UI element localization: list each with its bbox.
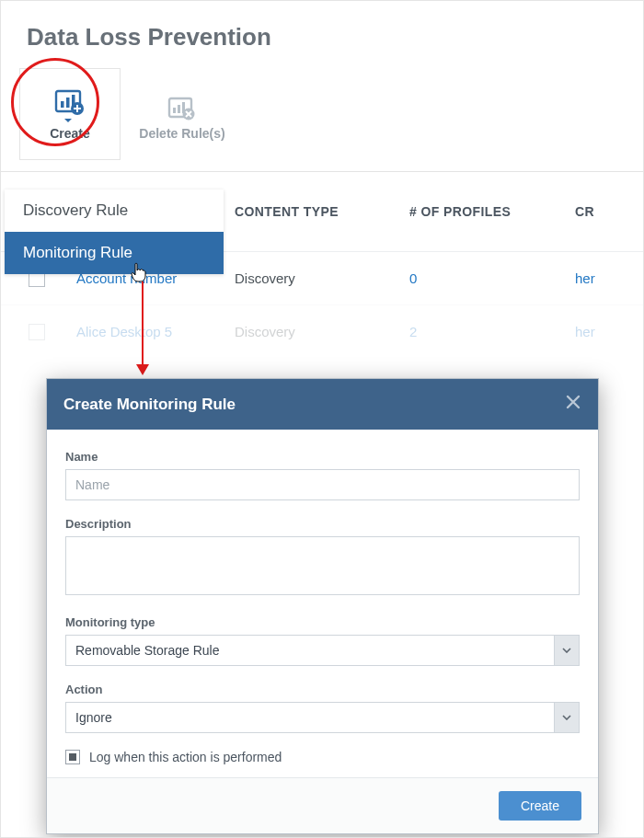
create-report-icon <box>54 87 86 124</box>
table-row: Alice Desktop 5 Discovery 2 her <box>1 304 643 358</box>
svg-rect-7 <box>178 105 180 113</box>
column-header-cr[interactable]: CR <box>575 204 643 219</box>
modal-header: Create Monitoring Rule <box>47 379 598 430</box>
description-label: Description <box>65 517 580 531</box>
name-field[interactable] <box>65 469 580 500</box>
menu-item-monitoring-rule[interactable]: Monitoring Rule <box>5 232 224 274</box>
cell-content-type: Discovery <box>235 270 409 286</box>
description-field[interactable] <box>65 536 580 595</box>
log-checkbox-label: Log when this action is performed <box>89 750 282 764</box>
column-header-profiles[interactable]: # OF PROFILES <box>409 204 575 219</box>
annotation-arrow-icon <box>133 281 152 381</box>
cell-content-type: Discovery <box>235 324 409 339</box>
create-button-label: Create <box>50 126 90 141</box>
svg-rect-6 <box>173 108 176 113</box>
modal-close-button[interactable] <box>565 394 581 415</box>
monitoring-type-label: Monitoring type <box>65 615 580 629</box>
toolbar: Create Delete Rule(s) <box>1 52 643 160</box>
cell-profiles-link[interactable]: 0 <box>409 270 575 286</box>
column-header-content-type[interactable]: CONTENT TYPE <box>235 204 409 219</box>
create-button[interactable]: Create <box>19 68 121 160</box>
modal-body: Name Description Monitoring type Removab… <box>47 430 598 777</box>
log-checkbox[interactable] <box>65 750 80 764</box>
modal-footer: Create <box>47 777 598 833</box>
delete-report-icon <box>167 87 197 124</box>
action-select[interactable]: Ignore <box>65 702 580 733</box>
action-label: Action <box>65 683 580 696</box>
create-monitoring-rule-modal: Create Monitoring Rule Name Description … <box>46 378 599 834</box>
create-submit-button[interactable]: Create <box>499 791 581 821</box>
cell-cr-link[interactable]: her <box>575 270 643 286</box>
modal-title: Create Monitoring Rule <box>63 396 236 414</box>
create-dropdown-menu: Discovery Rule Monitoring Rule <box>5 189 224 274</box>
page-title: Data Loss Prevention <box>1 1 643 52</box>
monitoring-type-value: Removable Storage Rule <box>65 635 580 666</box>
close-icon <box>565 394 581 410</box>
rule-name-link[interactable]: Alice Desktop 5 <box>73 324 235 339</box>
monitoring-type-select[interactable]: Removable Storage Rule <box>65 635 580 666</box>
delete-rules-button[interactable]: Delete Rule(s) <box>132 68 233 160</box>
row-checkbox[interactable] <box>29 324 45 340</box>
svg-rect-1 <box>61 101 64 108</box>
svg-rect-2 <box>66 98 70 108</box>
cursor-hand-icon <box>130 262 148 286</box>
action-value: Ignore <box>65 702 580 733</box>
cell-profiles-link[interactable]: 2 <box>409 324 575 339</box>
cell-cr-link[interactable]: her <box>575 324 643 339</box>
menu-item-discovery-rule[interactable]: Discovery Rule <box>5 189 224 232</box>
delete-rules-button-label: Delete Rule(s) <box>139 126 224 141</box>
name-label: Name <box>65 450 580 464</box>
